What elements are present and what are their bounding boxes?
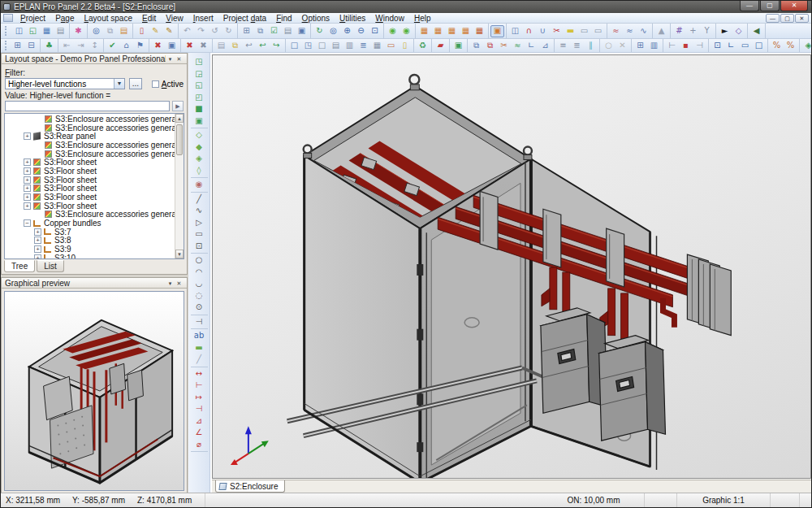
revert-icon[interactable]: ↩ — [242, 40, 256, 52]
tree-item[interactable]: +S3:Floor sheet — [5, 185, 175, 193]
frame-select-icon[interactable]: □ — [752, 40, 766, 52]
rotate-point-icon[interactable]: ◇ — [732, 25, 745, 37]
value-input[interactable] — [5, 101, 170, 111]
filter-browse-button[interactable]: ... — [129, 78, 142, 89]
view-angle-3-icon[interactable]: ◈ — [192, 153, 206, 165]
flag-icon[interactable]: ⚑ — [133, 40, 147, 52]
device-rows-icon[interactable]: ▤ — [329, 40, 343, 52]
expand-icon[interactable]: + — [34, 245, 41, 253]
align-1-icon[interactable]: ≈ — [609, 25, 623, 37]
layer-toggle-icon[interactable]: ◈ — [801, 40, 812, 52]
magnet-icon[interactable]: ∩ — [522, 25, 536, 37]
menu-edit[interactable]: Edit — [137, 13, 161, 24]
dim-continued-icon[interactable]: ↦ — [192, 392, 206, 404]
tree-item[interactable]: +S3:Floor sheet — [5, 193, 175, 202]
menu-insert[interactable]: Insert — [188, 13, 218, 24]
layout-view-solid-icon[interactable]: ■ — [192, 103, 206, 115]
chevron-down-icon[interactable]: ▼ — [114, 79, 124, 89]
tree-item[interactable]: +S3:Floor sheet — [5, 158, 175, 167]
expand-icon[interactable]: + — [34, 228, 41, 236]
tab-list[interactable]: List — [37, 260, 64, 272]
copy-red-icon[interactable]: ⧉ — [483, 40, 497, 52]
page-back-icon[interactable]: ⊞ — [11, 40, 24, 52]
wire-duct-icon[interactable]: ∥ — [584, 40, 598, 52]
select-tool-icon[interactable]: ► — [718, 25, 732, 37]
grid-4-icon[interactable]: ▦ — [459, 25, 473, 37]
panel-pin-icon[interactable]: ▾ — [166, 54, 175, 63]
layout-view-se-icon[interactable]: ◲ — [192, 68, 206, 80]
tree-item[interactable]: +S3:9 — [5, 245, 175, 254]
corner-select-icon[interactable]: ∟ — [724, 40, 738, 52]
note-icon[interactable]: ▬ — [564, 25, 577, 37]
view-angle-2-icon[interactable]: ◆ — [192, 141, 206, 154]
draw-rect-center-icon[interactable]: ⊡ — [192, 241, 206, 253]
find-icon[interactable]: ◎ — [89, 25, 103, 37]
preview-pin-icon[interactable]: ▾ — [166, 279, 175, 287]
object-snap-icon[interactable]: ◫ — [508, 25, 522, 37]
tree-item[interactable]: +S3:8 — [5, 237, 175, 245]
zoom-out-icon[interactable]: ⊖ — [354, 25, 368, 37]
filter-dropdown[interactable]: Higher-level functions ▼ — [5, 78, 125, 89]
ring-off-icon[interactable]: ○ — [602, 40, 615, 52]
viewport-3d[interactable]: S2:Enclosure — [210, 53, 812, 494]
scale-2-icon[interactable]: % — [784, 40, 797, 52]
mdi-close-button[interactable]: ✕ — [795, 14, 809, 23]
copy-icon[interactable]: ⧉ — [103, 25, 117, 37]
menu-view[interactable]: View — [161, 13, 188, 24]
handle-tool-icon[interactable]: ⊣ — [192, 316, 206, 328]
redo-icon[interactable]: ↷ — [194, 25, 208, 37]
copy-blue-icon[interactable]: ⧉ — [469, 40, 483, 52]
draw-circle-icon[interactable]: ○ — [192, 254, 206, 267]
input-box-1-icon[interactable]: ▭ — [577, 25, 591, 37]
view-angle-4-icon[interactable]: ◊ — [192, 165, 206, 177]
step-back-icon[interactable]: ↩ — [256, 40, 270, 52]
goto-first-icon[interactable]: ⇤ — [60, 40, 74, 52]
tree-scrollbar[interactable]: ▲ ▼ — [175, 114, 184, 258]
draw-arc-top-icon[interactable]: ◠ — [192, 267, 206, 279]
tree-item[interactable]: +S3:10 — [5, 254, 175, 258]
check-project-icon[interactable]: ✔ — [106, 40, 119, 52]
navigator-tree-icon[interactable]: ♣ — [42, 40, 56, 52]
tree-item[interactable]: +S3:Floor sheet — [5, 202, 175, 211]
tree-item[interactable]: +S3:7 — [5, 228, 175, 237]
menu-options[interactable]: Options — [297, 13, 335, 24]
tree-item[interactable]: +S3:Floor sheet — [5, 167, 175, 176]
area-select-icon[interactable]: ⊡ — [710, 40, 724, 52]
view-previous-icon[interactable]: ◉ — [386, 25, 400, 37]
expand-icon[interactable]: + — [24, 202, 31, 210]
draw-circle-dashed-icon[interactable]: ◌ — [192, 290, 206, 302]
stop-icon[interactable]: ▰ — [434, 40, 447, 52]
expand-icon[interactable]: + — [24, 158, 31, 166]
report-icon[interactable]: ▥ — [647, 40, 661, 52]
scene-3d[interactable] — [212, 54, 811, 479]
dim-left-icon[interactable]: ⊢ — [665, 40, 679, 52]
building-icon[interactable]: ⌂ — [119, 40, 133, 52]
angle-l-icon[interactable]: ∟ — [525, 40, 538, 52]
value-apply-button[interactable]: ▶ — [172, 101, 184, 111]
design-grid-icon[interactable]: # — [672, 25, 686, 37]
layout-space-open-icon[interactable]: ◱ — [26, 25, 40, 37]
delete-2-icon[interactable]: ✖ — [183, 40, 197, 52]
toolbar-grip[interactable] — [5, 41, 6, 50]
paste-special-icon[interactable]: ▤ — [214, 40, 228, 52]
preview-close-icon[interactable]: ✕ — [175, 279, 184, 287]
menu-help[interactable]: Help — [409, 13, 436, 24]
page-list-icon[interactable]: ▤ — [54, 25, 67, 37]
draw-polygon-icon[interactable]: ▷ — [192, 217, 206, 229]
busbar-item-icon[interactable]: ▯ — [398, 40, 412, 52]
device-corner-icon[interactable]: ◳ — [301, 40, 315, 52]
minimize-button[interactable]: — — [740, 1, 759, 11]
align-3-icon[interactable]: ∿ — [637, 25, 650, 37]
box-select-icon[interactable]: ▭ — [738, 40, 752, 52]
undo-list-icon[interactable]: ↺ — [208, 25, 222, 37]
expand-icon[interactable]: + — [24, 176, 31, 184]
redo-list-icon[interactable]: ↻ — [222, 25, 235, 37]
tree-item[interactable]: −Copper bundles — [5, 219, 175, 228]
layout-space-views-icon[interactable]: ▦ — [40, 25, 54, 37]
terminal-icon[interactable]: ▭ — [384, 40, 398, 52]
expand-icon[interactable]: + — [24, 132, 31, 140]
cone-view-icon[interactable]: ▲ — [654, 25, 668, 37]
tree-item[interactable]: S3:Enclosure accessories general — [5, 150, 175, 158]
draw-line-icon[interactable]: ╱ — [192, 193, 206, 206]
update-icon[interactable]: ♻ — [416, 40, 430, 52]
